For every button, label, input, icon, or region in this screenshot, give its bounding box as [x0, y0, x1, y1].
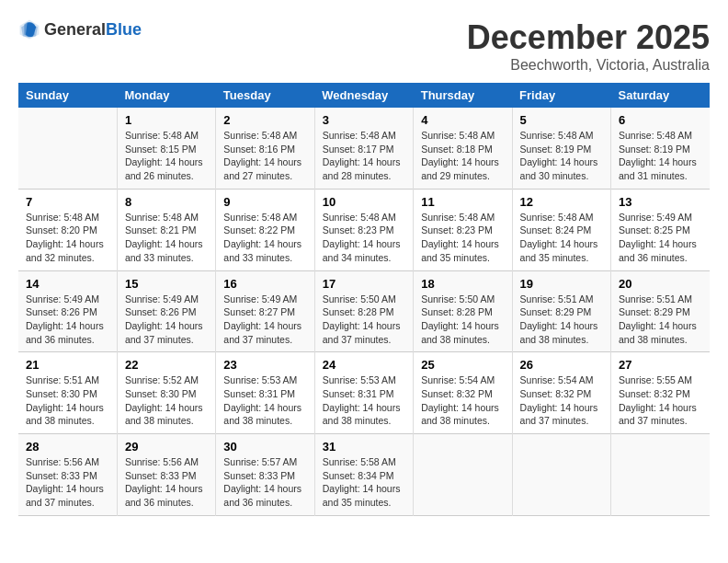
calendar-cell: 30Sunrise: 5:57 AMSunset: 8:33 PMDayligh… — [216, 434, 314, 516]
day-number: 26 — [520, 358, 603, 372]
day-number: 28 — [26, 440, 109, 454]
day-info: Sunrise: 5:54 AMSunset: 8:32 PMDaylight:… — [520, 373, 603, 428]
day-number: 14 — [26, 277, 109, 291]
day-info: Sunrise: 5:48 AMSunset: 8:15 PMDaylight:… — [125, 129, 208, 183]
day-info: Sunrise: 5:51 AMSunset: 8:29 PMDaylight:… — [619, 293, 702, 347]
sub-title: Beechworth, Victoria, Australia — [467, 57, 710, 74]
calendar-cell: 15Sunrise: 5:49 AMSunset: 8:26 PMDayligh… — [117, 270, 215, 352]
calendar-cell — [18, 108, 117, 189]
day-number: 22 — [125, 358, 208, 372]
calendar-cell: 25Sunrise: 5:54 AMSunset: 8:32 PMDayligh… — [414, 352, 512, 434]
weekday-header-row: SundayMondayTuesdayWednesdayThursdayFrid… — [18, 83, 710, 108]
weekday-header-monday: Monday — [117, 83, 215, 108]
calendar-cell: 27Sunrise: 5:55 AMSunset: 8:32 PMDayligh… — [611, 352, 710, 434]
calendar-cell: 5Sunrise: 5:48 AMSunset: 8:19 PMDaylight… — [512, 108, 610, 189]
logo-general: General — [44, 20, 106, 39]
calendar-cell: 23Sunrise: 5:53 AMSunset: 8:31 PMDayligh… — [216, 352, 314, 434]
day-info: Sunrise: 5:49 AMSunset: 8:25 PMDaylight:… — [619, 211, 702, 265]
calendar-cell: 28Sunrise: 5:56 AMSunset: 8:33 PMDayligh… — [18, 434, 117, 516]
day-info: Sunrise: 5:51 AMSunset: 8:29 PMDaylight:… — [520, 293, 603, 347]
weekday-header-wednesday: Wednesday — [314, 83, 413, 108]
day-info: Sunrise: 5:53 AMSunset: 8:31 PMDaylight:… — [323, 373, 405, 428]
calendar-cell: 19Sunrise: 5:51 AMSunset: 8:29 PMDayligh… — [512, 270, 610, 352]
day-info: Sunrise: 5:48 AMSunset: 8:23 PMDaylight:… — [421, 211, 504, 265]
weekday-header-friday: Friday — [512, 83, 610, 108]
calendar-cell: 26Sunrise: 5:54 AMSunset: 8:32 PMDayligh… — [512, 352, 610, 434]
calendar-cell: 3Sunrise: 5:48 AMSunset: 8:17 PMDaylight… — [314, 108, 413, 189]
day-number: 1 — [125, 113, 208, 127]
day-info: Sunrise: 5:56 AMSunset: 8:33 PMDaylight:… — [125, 455, 208, 510]
main-title: December 2025 — [467, 18, 710, 57]
day-info: Sunrise: 5:48 AMSunset: 8:23 PMDaylight:… — [323, 211, 405, 265]
calendar-cell: 31Sunrise: 5:58 AMSunset: 8:34 PMDayligh… — [314, 434, 413, 516]
day-info: Sunrise: 5:53 AMSunset: 8:31 PMDaylight:… — [223, 373, 306, 428]
weekday-header-tuesday: Tuesday — [216, 83, 314, 108]
day-number: 30 — [223, 440, 306, 454]
day-number: 29 — [125, 440, 208, 454]
day-info: Sunrise: 5:48 AMSunset: 8:21 PMDaylight:… — [125, 211, 208, 265]
calendar-cell — [512, 434, 610, 516]
day-number: 2 — [223, 113, 306, 127]
day-info: Sunrise: 5:54 AMSunset: 8:32 PMDaylight:… — [421, 373, 504, 428]
day-info: Sunrise: 5:48 AMSunset: 8:19 PMDaylight:… — [520, 129, 603, 183]
calendar-cell: 9Sunrise: 5:48 AMSunset: 8:22 PMDaylight… — [216, 189, 314, 270]
day-info: Sunrise: 5:57 AMSunset: 8:33 PMDaylight:… — [223, 455, 306, 510]
calendar-cell: 14Sunrise: 5:49 AMSunset: 8:26 PMDayligh… — [18, 270, 117, 352]
calendar-cell: 22Sunrise: 5:52 AMSunset: 8:30 PMDayligh… — [117, 352, 215, 434]
calendar-cell: 6Sunrise: 5:48 AMSunset: 8:19 PMDaylight… — [611, 108, 710, 189]
day-number: 4 — [421, 113, 504, 127]
day-info: Sunrise: 5:58 AMSunset: 8:34 PMDaylight:… — [323, 455, 405, 510]
day-number: 6 — [619, 113, 702, 127]
day-info: Sunrise: 5:50 AMSunset: 8:28 PMDaylight:… — [323, 293, 405, 347]
calendar-cell: 8Sunrise: 5:48 AMSunset: 8:21 PMDaylight… — [117, 189, 215, 270]
day-info: Sunrise: 5:48 AMSunset: 8:16 PMDaylight:… — [223, 129, 306, 183]
day-number: 23 — [223, 358, 306, 372]
day-number: 16 — [223, 277, 306, 291]
calendar-cell: 20Sunrise: 5:51 AMSunset: 8:29 PMDayligh… — [611, 270, 710, 352]
calendar-cell: 10Sunrise: 5:48 AMSunset: 8:23 PMDayligh… — [314, 189, 413, 270]
calendar-week-row: 1Sunrise: 5:48 AMSunset: 8:15 PMDaylight… — [18, 108, 710, 189]
weekday-header-sunday: Sunday — [18, 83, 117, 108]
calendar-cell: 12Sunrise: 5:48 AMSunset: 8:24 PMDayligh… — [512, 189, 610, 270]
calendar-cell: 4Sunrise: 5:48 AMSunset: 8:18 PMDaylight… — [414, 108, 512, 189]
day-number: 31 — [323, 440, 405, 454]
logo-icon — [18, 18, 40, 40]
weekday-header-saturday: Saturday — [611, 83, 710, 108]
day-info: Sunrise: 5:48 AMSunset: 8:24 PMDaylight:… — [520, 211, 603, 265]
day-number: 21 — [26, 358, 109, 372]
day-number: 11 — [421, 195, 504, 209]
calendar-cell — [414, 434, 512, 516]
calendar-cell: 2Sunrise: 5:48 AMSunset: 8:16 PMDaylight… — [216, 108, 314, 189]
calendar-cell: 13Sunrise: 5:49 AMSunset: 8:25 PMDayligh… — [611, 189, 710, 270]
day-number: 5 — [520, 113, 603, 127]
page-header: GeneralBlue December 2025 Beechworth, Vi… — [18, 18, 710, 74]
day-number: 20 — [619, 277, 702, 291]
day-number: 13 — [619, 195, 702, 209]
day-number: 15 — [125, 277, 208, 291]
day-number: 7 — [26, 195, 109, 209]
logo: GeneralBlue — [18, 18, 142, 40]
day-number: 27 — [619, 358, 702, 372]
day-number: 10 — [323, 195, 405, 209]
day-number: 12 — [520, 195, 603, 209]
day-info: Sunrise: 5:56 AMSunset: 8:33 PMDaylight:… — [26, 455, 109, 510]
calendar-cell: 17Sunrise: 5:50 AMSunset: 8:28 PMDayligh… — [314, 270, 413, 352]
day-number: 8 — [125, 195, 208, 209]
day-info: Sunrise: 5:48 AMSunset: 8:22 PMDaylight:… — [223, 211, 306, 265]
day-number: 9 — [223, 195, 306, 209]
day-info: Sunrise: 5:48 AMSunset: 8:17 PMDaylight:… — [323, 129, 405, 183]
calendar-cell — [611, 434, 710, 516]
calendar-cell: 18Sunrise: 5:50 AMSunset: 8:28 PMDayligh… — [414, 270, 512, 352]
calendar-cell: 11Sunrise: 5:48 AMSunset: 8:23 PMDayligh… — [414, 189, 512, 270]
day-info: Sunrise: 5:48 AMSunset: 8:19 PMDaylight:… — [619, 129, 702, 183]
calendar-week-row: 14Sunrise: 5:49 AMSunset: 8:26 PMDayligh… — [18, 270, 710, 352]
calendar-cell: 7Sunrise: 5:48 AMSunset: 8:20 PMDaylight… — [18, 189, 117, 270]
day-number: 17 — [323, 277, 405, 291]
day-number: 19 — [520, 277, 603, 291]
day-info: Sunrise: 5:55 AMSunset: 8:32 PMDaylight:… — [619, 373, 702, 428]
day-info: Sunrise: 5:48 AMSunset: 8:20 PMDaylight:… — [26, 211, 109, 265]
day-info: Sunrise: 5:52 AMSunset: 8:30 PMDaylight:… — [125, 373, 208, 428]
day-number: 3 — [323, 113, 405, 127]
logo-blue: Blue — [106, 20, 142, 39]
day-number: 25 — [421, 358, 504, 372]
